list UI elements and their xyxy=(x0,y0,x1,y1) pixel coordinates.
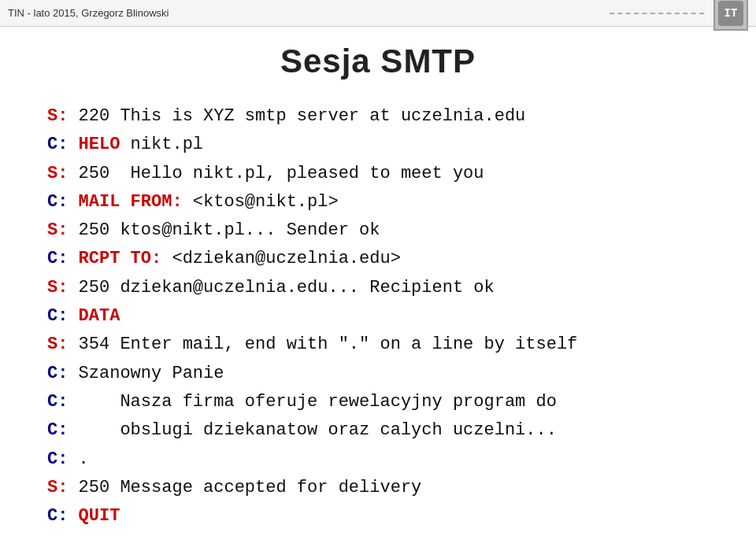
smtp-text-7: 250 dziekan@uczelnia.edu... Recipient ok xyxy=(68,278,494,298)
smtp-text-2b: nikt.pl xyxy=(120,135,203,154)
smtp-line-10: C: Szanowny Panie xyxy=(47,360,709,388)
smtp-text-15 xyxy=(68,506,78,526)
smtp-text-13: . xyxy=(68,449,88,469)
smtp-line-5: S: 250 ktos@nikt.pl... Sender ok xyxy=(47,216,709,245)
smtp-line-6: C: RCPT TO: <dziekan@uczelnia.edu> xyxy=(47,245,709,273)
smtp-text-6 xyxy=(68,249,78,268)
c-prefix-10: C: xyxy=(47,364,68,383)
smtp-line-9: S: 354 Enter mail, end with "." on a lin… xyxy=(47,331,709,359)
dashed-line-decoration xyxy=(610,13,704,14)
c-prefix-6: C: xyxy=(47,249,68,268)
c-prefix-2: C: xyxy=(47,135,68,154)
s-prefix-7: S: xyxy=(47,278,68,298)
smtp-line-14: S: 250 Message accepted for delivery xyxy=(47,474,709,502)
smtp-text-12: obslugi dziekanatow oraz calych uczelni.… xyxy=(68,420,557,440)
smtp-line-1: S: 220 This is XYZ smtp server at uczeln… xyxy=(47,102,709,131)
s-prefix-9: S: xyxy=(47,335,68,354)
quit-keyword: QUIT xyxy=(79,506,120,526)
smtp-text-5: 250 ktos@nikt.pl... Sender ok xyxy=(68,220,380,240)
page-title: Sesja SMTP xyxy=(47,43,709,80)
header-title: TIN - lato 2015, Grzegorz Blinowski xyxy=(8,7,169,19)
s-prefix-1: S: xyxy=(47,106,68,126)
smtp-session-lines: S: 220 This is XYZ smtp server at uczeln… xyxy=(47,102,709,536)
smtp-line-11: C: Nasza firma oferuje rewelacyjny progr… xyxy=(47,388,709,416)
c-prefix-15: C: xyxy=(47,506,68,526)
header: TIN - lato 2015, Grzegorz Blinowski IT xyxy=(0,0,756,27)
smtp-line-2: C: HELO nikt.pl xyxy=(47,131,709,159)
smtp-text-14: 250 Message accepted for delivery xyxy=(68,478,421,497)
smtp-text-4b: <ktos@nikt.pl> xyxy=(183,192,339,212)
logo-box: IT xyxy=(713,0,748,31)
smtp-text-6b: <dziekan@uczelnia.edu> xyxy=(161,249,401,268)
c-prefix-8: C: xyxy=(47,306,68,326)
rcptto-keyword: RCPT TO: xyxy=(79,249,162,268)
smtp-line-15: C: QUIT xyxy=(47,502,709,530)
smtp-text-10: Szanowny Panie xyxy=(68,364,224,383)
smtp-line-16: S: 221 uczelnia.edu closing connection xyxy=(47,530,709,536)
smtp-text-4 xyxy=(68,192,78,212)
s-prefix-14: S: xyxy=(47,478,68,497)
helo-keyword: HELO xyxy=(79,135,120,154)
c-prefix-11: C: xyxy=(47,392,68,412)
smtp-text-1: 220 This is XYZ smtp server at uczelnia.… xyxy=(68,106,525,126)
logo-inner: IT xyxy=(718,1,743,26)
smtp-line-12: C: obslugi dziekanatow oraz calych uczel… xyxy=(47,416,709,445)
mailfrom-keyword: MAIL FROM: xyxy=(79,192,183,212)
smtp-line-4: C: MAIL FROM: <ktos@nikt.pl> xyxy=(47,188,709,216)
smtp-text-9: 354 Enter mail, end with "." on a line b… xyxy=(68,335,577,354)
smtp-text-2 xyxy=(68,135,78,154)
smtp-line-3: S: 250 Hello nikt.pl, pleased to meet yo… xyxy=(47,160,709,188)
c-prefix-13: C: xyxy=(47,449,68,469)
c-prefix-12: C: xyxy=(47,420,68,440)
smtp-line-8: C: DATA xyxy=(47,302,709,331)
s-prefix-5: S: xyxy=(47,220,68,240)
smtp-text-8 xyxy=(68,306,78,326)
header-right: IT xyxy=(610,0,748,31)
data-keyword: DATA xyxy=(79,306,120,326)
smtp-line-7: S: 250 dziekan@uczelnia.edu... Recipient… xyxy=(47,274,709,302)
smtp-text-3: 250 Hello nikt.pl, pleased to meet you xyxy=(68,164,484,183)
main-content: Sesja SMTP S: 220 This is XYZ smtp serve… xyxy=(0,27,756,536)
smtp-text-11: Nasza firma oferuje rewelacyjny program … xyxy=(68,392,557,412)
c-prefix-4: C: xyxy=(47,192,68,212)
smtp-line-13: C: . xyxy=(47,445,709,474)
s-prefix-3: S: xyxy=(47,164,68,183)
